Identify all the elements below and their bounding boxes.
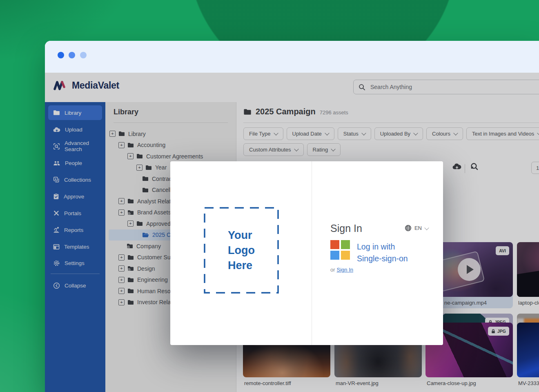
logo-placeholder-text: Your Logo Here [228, 228, 255, 273]
browser-chrome [45, 41, 539, 73]
logo-placeholder: Your Logo Here [204, 207, 279, 294]
language-selector[interactable]: EN [405, 225, 428, 232]
chevron-down-icon [424, 225, 429, 230]
alternate-sign-in: orSign In [330, 267, 353, 273]
sign-in-title: Sign In [330, 223, 362, 234]
microsoft-logo-icon [330, 240, 350, 260]
window-maximize-dot[interactable] [80, 52, 87, 58]
sign-in-modal: Your Logo Here Sign In EN Log in with Si… [170, 161, 443, 345]
page-background: MediaValet Library Upload [0, 0, 539, 392]
globe-icon [405, 225, 412, 232]
browser-window: MediaValet Library Upload [45, 41, 539, 392]
language-code: EN [414, 225, 422, 231]
modal-divider [312, 161, 312, 345]
sso-login-button[interactable]: Log in with Single-sign-on [357, 241, 408, 264]
sign-in-link[interactable]: Sign In [337, 267, 353, 273]
window-minimize-dot[interactable] [69, 52, 75, 58]
window-close-dot[interactable] [58, 52, 64, 58]
